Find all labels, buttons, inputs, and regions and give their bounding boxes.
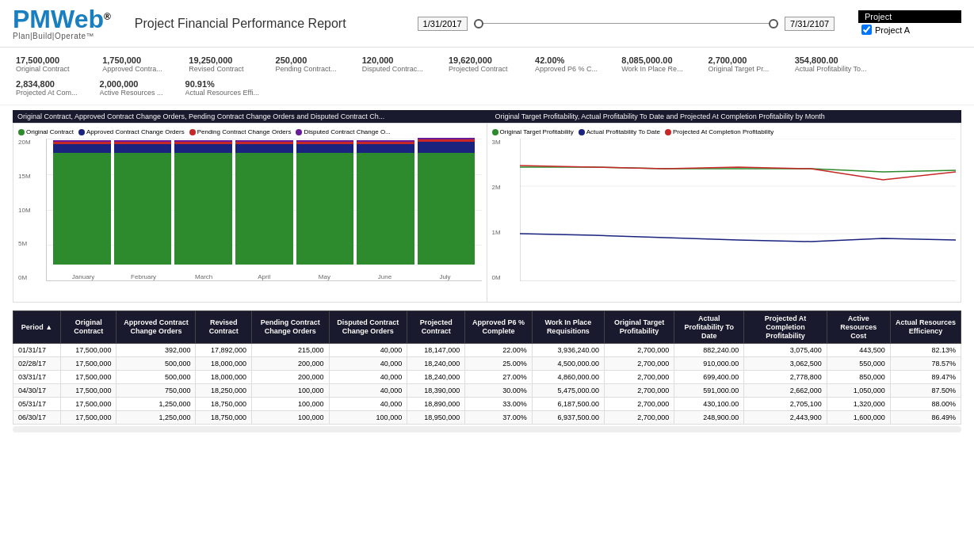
table-header[interactable]: Original Target Profitability	[604, 311, 674, 344]
date-start[interactable]: 1/31/2017	[418, 17, 468, 31]
table-cell: 100,000	[329, 411, 407, 425]
table-cell: 6,937,500.00	[532, 411, 604, 425]
table-cell: 40,000	[329, 398, 407, 411]
table-row: 04/30/1717,500,000750,00018,250,000100,0…	[13, 384, 961, 398]
table-cell: 2,443,900	[744, 411, 827, 425]
bar-segment	[296, 153, 354, 265]
bar-segment	[174, 144, 232, 153]
table-cell: 2,700,000	[604, 371, 674, 384]
table-cell: 06/30/17	[13, 411, 61, 425]
table-cell: 18,750,000	[196, 411, 252, 425]
table-cell: 500,000	[116, 371, 196, 384]
bar-group	[296, 139, 354, 265]
table-cell: 30.00%	[465, 384, 533, 398]
table-cell: 2,778,800	[744, 371, 827, 384]
table-header[interactable]: Approved Contract Change Orders	[116, 311, 196, 344]
table-cell: 1,600,000	[827, 411, 890, 425]
table-cell: 910,000.00	[674, 357, 744, 371]
kpi-item: 90.91%Actual Resources Effi...	[182, 78, 262, 98]
table-cell: 17,892,000	[196, 344, 252, 357]
table-header[interactable]: Active Resources Cost	[827, 311, 890, 344]
table-cell: 18,950,000	[407, 411, 465, 425]
table-header[interactable]: Projected At Completion Profitability	[744, 311, 827, 344]
table-header[interactable]: Actual Profitability To Date	[674, 311, 744, 344]
table-header[interactable]: Actual Resources Efficiency	[890, 311, 961, 344]
table-cell: 1,250,000	[116, 398, 196, 411]
table-cell: 100,000	[252, 411, 329, 425]
slider-left-handle[interactable]	[474, 19, 483, 29]
bar-segment	[53, 144, 111, 153]
line-chart-svg: January February March April May June Ju…	[520, 139, 957, 281]
bar-segment	[174, 153, 232, 265]
table-cell: 4,860,000.00	[532, 371, 604, 384]
bar-group	[418, 139, 476, 265]
table-header[interactable]: Revised Contract	[196, 311, 252, 344]
date-end[interactable]: 7/31/2107	[785, 17, 835, 31]
table-cell: 850,000	[827, 371, 890, 384]
table-cell: 78.57%	[890, 357, 961, 371]
table-header[interactable]: Original Contract	[61, 311, 116, 344]
table-header[interactable]: Period ▲	[13, 311, 61, 344]
table-cell: 01/31/17	[13, 344, 61, 357]
bar-segment	[53, 153, 111, 265]
table-cell: 100,000	[252, 384, 329, 398]
table-cell: 37.00%	[465, 411, 533, 425]
horizontal-scrollbar[interactable]	[13, 426, 961, 432]
table-row: 06/30/1717,500,0001,250,00018,750,000100…	[13, 411, 961, 425]
table-cell: 2,700,000	[604, 384, 674, 398]
table-cell: 89.47%	[890, 371, 961, 384]
line-chart-legend: Original Target ProfitabilityActual Prof…	[492, 128, 957, 135]
project-filter-panel: Project Project A	[858, 10, 961, 36]
bar-stack	[235, 140, 293, 265]
x-axis-label: July	[414, 273, 475, 280]
table-cell: 3,936,240.00	[532, 344, 604, 357]
table-cell: 591,000.00	[674, 384, 744, 398]
table-cell: 2,700,000	[604, 398, 674, 411]
table-row: 03/31/1717,500,000500,00018,000,000200,0…	[13, 371, 961, 384]
project-option[interactable]: Project A	[858, 23, 961, 36]
table-cell: 3,075,400	[744, 344, 827, 357]
chart-right-header: Original Target Profitability, Actual Pr…	[487, 112, 957, 120]
table-cell: 87.50%	[890, 384, 961, 398]
table-cell: 17,500,000	[61, 357, 116, 371]
table-cell: 18,750,000	[196, 398, 252, 411]
table-cell: 17,500,000	[61, 384, 116, 398]
kpi-item: 2,834,800Projected At Com...	[13, 78, 81, 98]
logo-text: PMWeb®	[13, 6, 111, 32]
financial-table: Period ▲Original ContractApproved Contra…	[13, 310, 961, 425]
kpi-item: 17,500,000Original Contract	[13, 54, 96, 74]
table-cell: 18,000,000	[196, 357, 252, 371]
bar-segment	[114, 153, 172, 265]
logo: PMWeb® Plan|Build|Operate™	[13, 6, 111, 40]
table-cell: 699,400.00	[674, 371, 744, 384]
project-a-checkbox[interactable]	[861, 25, 872, 35]
table-cell: 02/28/17	[13, 357, 61, 371]
table-header[interactable]: Disputed Contract Change Orders	[329, 311, 407, 344]
table-cell: 18,240,000	[407, 357, 465, 371]
bar-stack	[296, 140, 354, 265]
bar-group	[174, 139, 232, 265]
kpi-item: 250,000Pending Contract...	[273, 54, 356, 74]
table-header[interactable]: Projected Contract	[407, 311, 465, 344]
bar-group	[114, 139, 172, 265]
table-header[interactable]: Work In Place Requisitions	[532, 311, 604, 344]
bar-stack	[114, 140, 172, 265]
data-table-section: Period ▲Original ContractApproved Contra…	[0, 307, 974, 436]
x-axis-label: April	[234, 273, 294, 280]
slider-right-handle[interactable]	[769, 19, 778, 29]
bar-segment	[235, 153, 293, 265]
table-cell: 2,705,100	[744, 398, 827, 411]
bar-stack	[174, 140, 232, 265]
table-cell: 05/31/17	[13, 398, 61, 411]
legend-item: Approved Contract Change Orders	[78, 128, 185, 135]
x-axis-label: February	[113, 273, 174, 280]
bar-stack	[53, 140, 111, 265]
table-cell: 200,000	[252, 371, 329, 384]
kpi-row1: 17,500,000Original Contract1,750,000Appr…	[13, 54, 961, 74]
y-axis-labels: 20M 15M 10M 5M 0M	[18, 139, 31, 281]
table-cell: 17,500,000	[61, 398, 116, 411]
kpi-item: 8,085,000.00Work In Place Re...	[618, 54, 701, 74]
table-header[interactable]: Pending Contract Change Orders	[252, 311, 329, 344]
bar-segment	[296, 144, 354, 153]
table-header[interactable]: Approved P6 % Complete	[465, 311, 533, 344]
